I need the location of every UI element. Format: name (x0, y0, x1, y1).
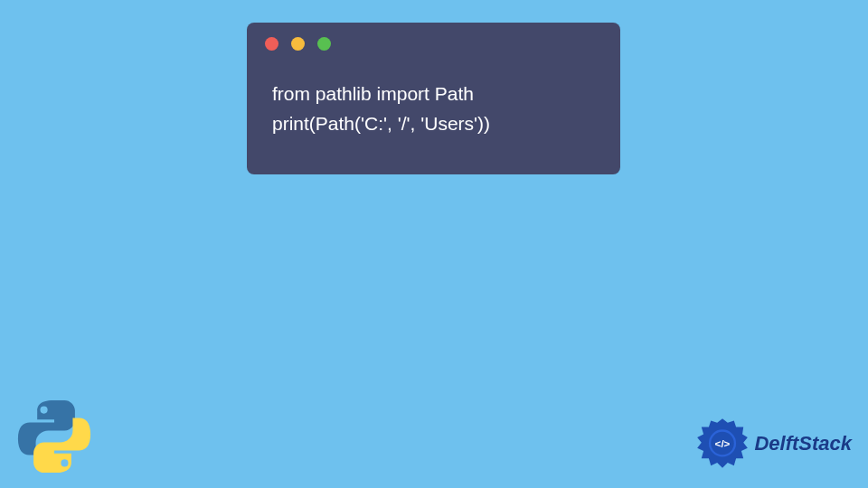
code-body: from pathlib import Path print(Path('C:'… (247, 58, 620, 147)
delftstack-text: DelftStack (754, 432, 852, 455)
code-line-2: print(Path('C:', '/', 'Users')) (272, 109, 595, 139)
code-window: from pathlib import Path print(Path('C:'… (247, 23, 620, 174)
maximize-icon (317, 37, 331, 51)
minimize-icon (291, 37, 305, 51)
python-logo-icon (14, 396, 95, 477)
window-titlebar (247, 23, 620, 58)
delftstack-badge-icon: </> (696, 418, 749, 470)
svg-text:</>: </> (715, 437, 731, 449)
close-icon (265, 37, 278, 51)
code-line-1: from pathlib import Path (272, 80, 595, 109)
delftstack-logo: </> DelftStack (696, 418, 852, 470)
